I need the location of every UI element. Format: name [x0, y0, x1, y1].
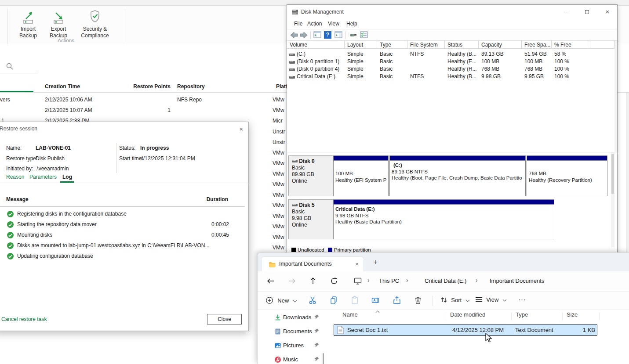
- show-console-tree-icon[interactable]: [313, 31, 321, 40]
- file-column-type[interactable]: Type: [516, 311, 528, 318]
- sidebar-item-music[interactable]: Music: [262, 353, 319, 364]
- delete-icon[interactable]: [414, 296, 422, 306]
- file-size: 1 KB: [563, 327, 595, 333]
- breadcrumb-this-pc[interactable]: This PC: [379, 278, 399, 284]
- breadcrumb-important-documents[interactable]: Important Documents: [490, 278, 544, 284]
- file-column-date-modified[interactable]: Date modified: [450, 311, 485, 318]
- new-button[interactable]: New: [265, 296, 297, 304]
- pin-icon[interactable]: [314, 328, 319, 335]
- sidebar-item-pictures[interactable]: Pictures: [262, 339, 319, 352]
- cut-icon[interactable]: [308, 296, 317, 306]
- tab-parameters[interactable]: Parameters: [29, 174, 57, 180]
- partition-recovery[interactable]: 768 MB Healthy (Recovery Partition): [527, 155, 607, 196]
- log-row[interactable]: Disks are mounted to lab-jump-01.westcoa…: [0, 241, 249, 251]
- col-file-system[interactable]: File System: [407, 41, 445, 49]
- partition-c[interactable]: (C:) 89.13 GB NTFS Healthy (Boot, Page F…: [389, 155, 526, 196]
- menu-file[interactable]: File: [294, 21, 302, 27]
- platform-fragment: VMw: [273, 160, 287, 166]
- dm-titlebar[interactable]: Disk Management – ×: [287, 5, 617, 19]
- new-tab-icon[interactable]: +: [371, 258, 380, 267]
- volume-row[interactable]: Critical Data (E:) Simple Basic NTFS Hea…: [287, 73, 614, 80]
- see-more-icon[interactable]: …: [518, 294, 526, 303]
- log-row[interactable]: Starting the repository data mover 0:00:…: [0, 220, 249, 230]
- partition-critical-data[interactable]: Critical Data (E:) 9.98 GB NTFS Healthy …: [333, 199, 554, 239]
- disk5-header[interactable]: Disk 5 Basic 9.98 GB Online: [288, 199, 333, 239]
- maximize-button[interactable]: [585, 10, 589, 14]
- sidebar-item-downloads[interactable]: Downloads: [262, 311, 319, 324]
- menu-action[interactable]: Action: [307, 21, 322, 27]
- paste-icon[interactable]: [350, 296, 359, 306]
- volume-row[interactable]: (Disk 0 partition 4) Simple Basic Health…: [287, 65, 614, 73]
- file-column-size[interactable]: Size: [567, 311, 578, 318]
- platform-fragment: VMw: [273, 213, 287, 219]
- col-type[interactable]: Type: [377, 41, 407, 49]
- close-button[interactable]: ×: [601, 7, 614, 16]
- column-header-restore-points[interactable]: Restore Points: [128, 83, 171, 90]
- volume-list-scrollbar[interactable]: [614, 41, 617, 152]
- platform-fragment: VMw: [273, 202, 287, 209]
- log-row[interactable]: Updating configuration database: [0, 251, 249, 262]
- share-icon[interactable]: [393, 296, 401, 306]
- sidebar-scrollbar[interactable]: [323, 353, 324, 364]
- menu-view[interactable]: View: [328, 21, 339, 27]
- documents-icon: [274, 328, 281, 336]
- pin-icon[interactable]: [314, 357, 319, 363]
- search-icon[interactable]: [6, 62, 14, 72]
- col-status[interactable]: Status: [445, 41, 479, 49]
- copy-icon[interactable]: [329, 296, 338, 306]
- creation-time: 2/12/2025 10:07 AM: [45, 107, 92, 113]
- tab-close-icon[interactable]: ×: [353, 260, 361, 268]
- back-icon[interactable]: [290, 31, 298, 40]
- col-pct-free[interactable]: % Free: [552, 41, 590, 49]
- backup-row[interactable]: 2/12/2025 10:07 AM 1 VMw: [0, 107, 290, 117]
- tab-reason[interactable]: Reason: [6, 174, 24, 180]
- search-input[interactable]: [0, 73, 38, 73]
- refresh-disks-icon[interactable]: [349, 31, 357, 40]
- col-capacity[interactable]: Capacity: [479, 41, 522, 49]
- back-icon[interactable]: [267, 277, 276, 286]
- file-column-name[interactable]: Name: [342, 311, 358, 318]
- file-row-selected[interactable]: Secret Doc 1.txt 4/12/2025 12:08 PM Text…: [334, 324, 597, 336]
- up-icon[interactable]: [309, 277, 318, 286]
- view-button[interactable]: View: [475, 296, 507, 303]
- pin-icon[interactable]: [314, 342, 319, 349]
- action-pane-icon[interactable]: [334, 31, 342, 40]
- minimize-button[interactable]: –: [560, 7, 572, 16]
- forward-icon[interactable]: [299, 31, 308, 40]
- cancel-restore-task-link[interactable]: Cancel restore task: [1, 316, 47, 322]
- log-row[interactable]: Mounting disks 0:00:45: [0, 230, 249, 241]
- volume-row[interactable]: (C:) Simple Basic NTFS Healthy (B... 89.…: [287, 50, 614, 58]
- sidebar-item-documents[interactable]: Documents: [262, 325, 319, 338]
- forward-icon[interactable]: [288, 277, 297, 286]
- platform: VMw: [273, 107, 287, 113]
- refresh-icon[interactable]: [330, 277, 339, 286]
- help-icon[interactable]: ?: [324, 31, 331, 39]
- rename-icon[interactable]: [371, 296, 381, 306]
- volume-row[interactable]: (Disk 0 partition 1) Simple Basic Health…: [287, 58, 614, 65]
- log-column-duration[interactable]: Duration: [207, 196, 228, 202]
- this-pc-icon[interactable]: [353, 277, 362, 285]
- dialog-close-icon[interactable]: ×: [237, 125, 246, 133]
- log-column-message[interactable]: Message: [6, 196, 29, 202]
- dialog-close-button[interactable]: Close: [207, 314, 242, 324]
- dm-window-title: Disk Management: [301, 9, 344, 15]
- menu-help[interactable]: Help: [346, 21, 357, 27]
- explorer-tab[interactable]: Important Documents ×: [261, 256, 364, 271]
- pin-icon[interactable]: [314, 314, 319, 321]
- col-layout[interactable]: Layout: [345, 41, 377, 49]
- sort-button[interactable]: Sort: [440, 296, 470, 303]
- platform-fragment: Unstr: [273, 129, 287, 135]
- platform-fragment: VMw: [273, 245, 287, 251]
- partition-efi[interactable]: 100 MB Healthy (EFI System P: [333, 155, 389, 196]
- disk0-header[interactable]: Disk 0 Basic 89.98 GB Online: [288, 155, 333, 196]
- breadcrumb-critical-data[interactable]: Critical Data (E:): [425, 278, 466, 284]
- log-row[interactable]: Registering disks in the configuration d…: [0, 209, 249, 220]
- backup-row[interactable]: vers 2/12/2025 10:06 AM NFS Repo VMw: [0, 96, 290, 107]
- column-header-creation-time[interactable]: Creation Time: [45, 83, 80, 90]
- col-volume[interactable]: Volume: [287, 41, 345, 49]
- backup-name: vers: [0, 97, 10, 103]
- properties-icon[interactable]: [360, 31, 368, 40]
- tab-log[interactable]: Log: [62, 174, 72, 180]
- col-free-space[interactable]: Free Spa...: [522, 41, 552, 49]
- column-header-repository[interactable]: Repository: [177, 83, 205, 90]
